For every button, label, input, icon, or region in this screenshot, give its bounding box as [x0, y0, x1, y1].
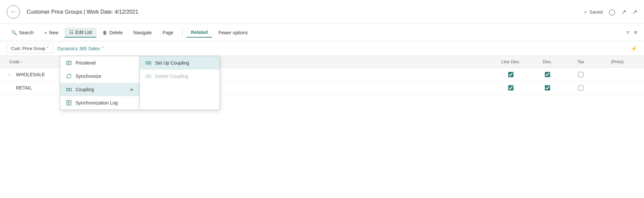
sync-log-label: Synchronization Log	[76, 100, 118, 105]
svg-rect-14	[149, 75, 151, 78]
cust-price-group-label: Cust. Price Group	[11, 46, 45, 51]
disc-check-2[interactable]	[545, 85, 550, 91]
related-label: Related	[191, 30, 208, 35]
back-button[interactable]: ←	[7, 5, 20, 19]
disc-check-1[interactable]	[545, 72, 550, 77]
delete-icon: 🗑	[103, 30, 107, 35]
main-dropdown: Pricelevel Synchronize Coupling ►	[60, 56, 140, 110]
row-disc-checkbox-2[interactable]	[531, 85, 564, 91]
cust-price-group-dropdown[interactable]: Cust. Price Group ˅	[7, 44, 53, 53]
list-icon-button[interactable]: ≡	[634, 29, 637, 36]
check-icon: ✓	[584, 9, 588, 15]
linedisc-check-2[interactable]	[508, 85, 514, 91]
synchronize-icon	[66, 73, 72, 80]
tax-check-1[interactable]	[578, 72, 583, 77]
col-header-linedisc: Line Disc.	[491, 59, 531, 64]
header: ← Customer Price Groups | Work Date: 4/1…	[0, 0, 644, 24]
fewer-options-button[interactable]: Fewer options	[214, 28, 252, 37]
sync-log-item[interactable]: Synchronization Log	[60, 96, 139, 109]
share-button[interactable]: ↗	[621, 8, 626, 16]
expand-button[interactable]: ↗	[632, 8, 637, 16]
navigate-label: Navigate	[133, 30, 152, 35]
edit-list-button[interactable]: ☷ Edit List	[65, 28, 97, 38]
linedisc-check-1[interactable]	[508, 72, 514, 77]
dynamics-365-sales-dropdown[interactable]: Dynamics 365 Sales ˅	[53, 44, 108, 53]
chevron-down-icon-2: ˅	[102, 46, 104, 51]
toolbar-right-icons: ▿ ≡	[626, 29, 637, 36]
svg-rect-0	[67, 61, 71, 65]
row-linedisc-checkbox-2[interactable]	[491, 85, 531, 91]
synchronize-item[interactable]: Synchronize	[60, 70, 139, 83]
col-tax-label: Tax	[577, 59, 584, 64]
setup-coupling-icon	[145, 60, 152, 66]
row-tax-checkbox[interactable]	[564, 72, 597, 77]
svg-rect-11	[149, 62, 151, 64]
col-disc-label: Disc.	[543, 59, 552, 64]
col-header-price: (Price)	[597, 59, 637, 64]
edit-list-icon: ☷	[69, 30, 74, 35]
pricelevel-icon	[66, 60, 72, 66]
col-header-tax: Tax	[564, 59, 597, 64]
search-icon: 🔍	[11, 30, 17, 35]
fewer-options-label: Fewer options	[218, 30, 248, 35]
svg-rect-10	[146, 62, 148, 64]
chevron-down-icon: ˅	[47, 46, 49, 51]
coupling-icon	[66, 86, 72, 93]
sort-up-icon: ↑	[21, 60, 23, 64]
svg-rect-3	[67, 88, 69, 91]
sync-log-icon	[66, 99, 72, 106]
page-button[interactable]: Page	[158, 28, 178, 37]
navigate-button[interactable]: Navigate	[129, 28, 156, 37]
tax-check-2[interactable]	[578, 85, 583, 91]
new-button[interactable]: + New	[40, 28, 63, 37]
filter-icon-button[interactable]: ▿	[626, 29, 629, 36]
synchronize-label: Synchronize	[76, 74, 101, 79]
row-disc-checkbox[interactable]	[531, 72, 564, 77]
toolbar-separator	[182, 28, 182, 37]
search-button[interactable]: 🔍 Search	[7, 28, 38, 37]
col-linedisc-label: Line Disc.	[501, 59, 520, 64]
header-actions: ✓ Saved ◯ ↗ ↗	[584, 8, 637, 16]
delete-button[interactable]: 🗑 Delete	[98, 28, 127, 37]
search-label: Search	[19, 30, 34, 35]
coupling-label: Coupling	[76, 87, 94, 92]
row-arrow: →	[7, 72, 13, 77]
saved-label: Saved	[589, 9, 603, 15]
svg-rect-4	[70, 88, 72, 91]
back-icon: ←	[10, 8, 16, 15]
page-title: Customer Price Groups | Work Date: 4/12/…	[27, 9, 584, 15]
dropdown-container: Pricelevel Synchronize Coupling ►	[60, 56, 220, 110]
related-button[interactable]: Related	[186, 28, 213, 38]
saved-status: ✓ Saved	[584, 9, 603, 15]
row-linedisc-checkbox[interactable]	[491, 72, 531, 77]
col-price-label: (Price)	[611, 59, 624, 64]
delete-label: Delete	[109, 30, 122, 35]
plus-icon: +	[44, 30, 47, 35]
edit-list-label: Edit List	[76, 30, 92, 35]
pricelevel-item[interactable]: Pricelevel	[60, 56, 139, 70]
coupling-item[interactable]: Coupling ►	[60, 83, 139, 96]
setup-coupling-label: Set Up Coupling	[155, 60, 189, 66]
col-headers-bar: Cust. Price Group ˅ Dynamics 365 Sales ˅…	[0, 41, 644, 56]
delete-coupling-label: Delete Coupling	[155, 74, 188, 79]
new-label: New	[49, 30, 59, 35]
col-header-disc: Disc.	[531, 59, 564, 64]
submenu: Set Up Coupling Delete Coupling	[140, 56, 220, 110]
col-code-label: Code	[9, 59, 20, 64]
setup-coupling-item[interactable]: Set Up Coupling	[140, 56, 219, 70]
bookmark-button[interactable]: ◯	[609, 8, 615, 16]
pin-icon[interactable]: ⚡	[631, 45, 637, 52]
delete-coupling-item[interactable]: Delete Coupling	[140, 70, 219, 83]
page-label: Page	[162, 30, 173, 35]
delete-coupling-icon	[145, 73, 152, 80]
svg-rect-13	[146, 75, 148, 78]
toolbar: 🔍 Search + New ☷ Edit List 🗑 Delete Navi…	[0, 24, 644, 41]
dynamics-label: Dynamics 365 Sales	[57, 46, 100, 51]
pricelevel-label: Pricelevel	[76, 60, 96, 66]
submenu-arrow-icon: ►	[130, 87, 134, 92]
row-tax-checkbox-2[interactable]	[564, 85, 597, 91]
